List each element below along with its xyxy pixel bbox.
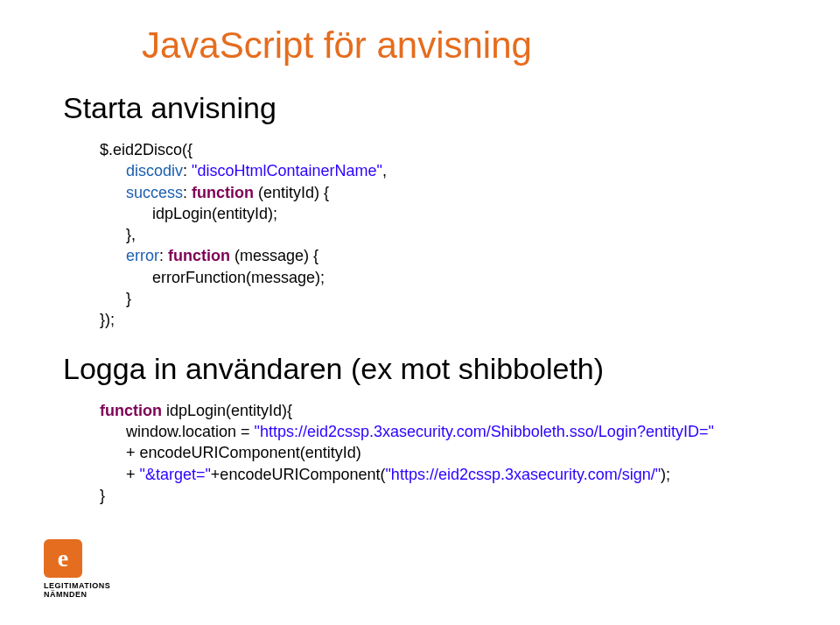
code-block-1: $.eid2Disco({ discodiv: "discoHtmlContai… [63,134,777,331]
code-text: window.location = [126,423,255,440]
code-keyword: function [192,184,254,201]
code-text: (entityId) { [254,184,329,201]
code-keyword: function [100,402,162,419]
code-string: "discoHtmlContainerName" [192,162,382,179]
slide-title: JavaScript för anvisning [63,25,777,67]
code-field: discodiv [126,162,183,179]
code-text: + encodeURIComponent(entityId) [126,444,361,461]
code-string: "https://eid2cssp.3xasecurity.com/Shibbo… [255,423,714,440]
code-text: idpLogin(entityId); [152,205,277,222]
code-text: +encodeURIComponent( [211,466,386,483]
code-text: : [159,247,168,264]
slide: JavaScript för anvisning Starta anvisnin… [0,0,840,506]
section2-heading: Logga in användaren (ex mot shibboleth) [63,352,777,386]
code-text: : [183,184,192,201]
code-text: } [126,290,131,307]
section1-heading: Starta anvisning [63,91,777,125]
code-text: } [100,487,105,504]
code-string: "&target=" [140,466,211,483]
code-text: (message) { [230,247,318,264]
logo-text-line2: NÄMNDEN [44,590,122,599]
code-block-2: function idpLogin(entityId){ window.loca… [63,395,777,506]
code-text: : [183,162,192,179]
code-text: }, [126,226,136,243]
code-text: + [126,466,140,483]
logo-icon: e [44,539,82,578]
code-text: $.eid2Disco({ [100,141,192,158]
code-text: errorFunction(message); [152,269,325,286]
code-text: idpLogin(entityId){ [162,402,292,419]
code-field: error [126,247,159,264]
logo: e LEGITIMATIONS NÄMNDEN [44,539,122,599]
code-field: success [126,184,183,201]
code-string: "https://eid2cssp.3xasecurity.com/sign/" [385,466,661,483]
code-text: ); [661,466,670,483]
code-keyword: function [168,247,230,264]
code-text: }); [100,311,115,328]
code-text: , [382,162,387,179]
logo-text-line1: LEGITIMATIONS [44,581,122,590]
